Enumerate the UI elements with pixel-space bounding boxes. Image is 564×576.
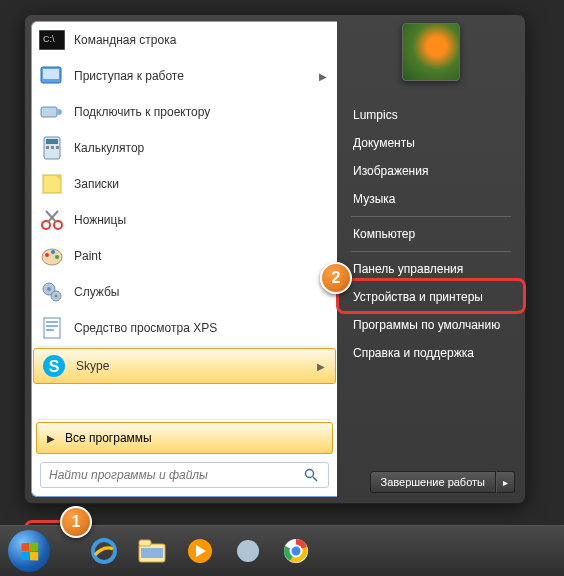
program-label: Paint bbox=[74, 249, 101, 263]
program-label: Службы bbox=[74, 285, 119, 299]
program-label: Командная строка bbox=[74, 33, 176, 47]
svg-point-21 bbox=[47, 287, 51, 291]
taskbar-explorer[interactable] bbox=[132, 531, 172, 571]
separator bbox=[38, 419, 331, 420]
taskbar-ie[interactable] bbox=[84, 531, 124, 571]
recent-programs-list: C:\ Командная строка Приступая к работе … bbox=[32, 22, 337, 419]
windows-logo-icon bbox=[21, 542, 38, 560]
program-label: Ножницы bbox=[74, 213, 126, 227]
search-box[interactable] bbox=[40, 462, 329, 488]
program-calculator[interactable]: Калькулятор bbox=[32, 130, 337, 166]
svg-rect-27 bbox=[46, 329, 54, 331]
program-label: Средство просмотра XPS bbox=[74, 321, 217, 335]
start-menu: C:\ Командная строка Приступая к работе … bbox=[24, 14, 526, 504]
program-snipping[interactable]: Ножницы bbox=[32, 202, 337, 238]
projector-icon bbox=[38, 98, 66, 126]
xps-icon bbox=[38, 314, 66, 342]
svg-rect-35 bbox=[141, 548, 163, 558]
program-paint[interactable]: Paint bbox=[32, 238, 337, 274]
svg-point-38 bbox=[237, 540, 259, 562]
programs-panel: C:\ Командная строка Приступая к работе … bbox=[31, 21, 337, 497]
start-button[interactable] bbox=[8, 530, 50, 572]
all-programs-label: Все программы bbox=[65, 431, 152, 445]
skype-icon: S bbox=[40, 352, 68, 380]
svg-rect-10 bbox=[56, 146, 59, 149]
svg-rect-7 bbox=[46, 139, 58, 144]
svg-rect-8 bbox=[46, 146, 49, 149]
submenu-arrow-icon: ▶ bbox=[317, 361, 329, 372]
taskbar-media-player[interactable] bbox=[180, 531, 220, 571]
control-panel-link[interactable]: Панель управления bbox=[341, 255, 521, 283]
pictures-link[interactable]: Изображения bbox=[341, 157, 521, 185]
user-picture[interactable] bbox=[402, 23, 460, 81]
taskbar-chrome[interactable] bbox=[276, 531, 316, 571]
svg-point-5 bbox=[56, 109, 62, 115]
getting-started-icon bbox=[38, 62, 66, 90]
help-link[interactable]: Справка и поддержка bbox=[341, 339, 521, 367]
triangle-icon: ▶ bbox=[47, 433, 55, 444]
program-label: Подключить к проектору bbox=[74, 105, 210, 119]
program-xps[interactable]: Средство просмотра XPS bbox=[32, 310, 337, 346]
svg-text:C:\: C:\ bbox=[43, 34, 55, 44]
program-label: Приступая к работе bbox=[74, 69, 184, 83]
program-getting-started[interactable]: Приступая к работе ▶ bbox=[32, 58, 337, 94]
svg-line-31 bbox=[313, 477, 317, 481]
program-services[interactable]: Службы bbox=[32, 274, 337, 310]
svg-point-17 bbox=[45, 253, 49, 257]
cmd-icon: C:\ bbox=[38, 26, 66, 54]
default-programs-link[interactable]: Программы по умолчанию bbox=[341, 311, 521, 339]
svg-rect-25 bbox=[46, 321, 58, 323]
svg-point-40 bbox=[291, 546, 302, 557]
svg-rect-26 bbox=[46, 325, 58, 327]
svg-rect-3 bbox=[43, 69, 59, 79]
annotation-badge-2: 2 bbox=[320, 262, 352, 294]
annotation-badge-1: 1 bbox=[60, 506, 92, 538]
scissors-icon bbox=[38, 206, 66, 234]
submenu-arrow-icon: ▶ bbox=[319, 71, 331, 82]
shutdown-options-button[interactable]: ▸ bbox=[496, 471, 515, 493]
svg-rect-4 bbox=[41, 107, 57, 117]
devices-link[interactable]: Устройства и принтеры bbox=[341, 283, 521, 311]
shutdown-group: Завершение работы ▸ bbox=[370, 471, 515, 493]
separator bbox=[351, 251, 511, 252]
program-cmd[interactable]: C:\ Командная строка bbox=[32, 22, 337, 58]
svg-rect-9 bbox=[51, 146, 54, 149]
paint-icon bbox=[38, 242, 66, 270]
separator bbox=[38, 346, 331, 347]
svg-point-23 bbox=[55, 295, 58, 298]
computer-link[interactable]: Компьютер bbox=[341, 220, 521, 248]
services-gear-icon bbox=[38, 278, 66, 306]
program-skype[interactable]: S Skype ▶ bbox=[33, 348, 336, 384]
separator bbox=[351, 216, 511, 217]
svg-point-32 bbox=[93, 540, 115, 562]
svg-text:S: S bbox=[49, 358, 60, 375]
documents-link[interactable]: Документы bbox=[341, 129, 521, 157]
shutdown-button[interactable]: Завершение работы bbox=[370, 471, 496, 493]
svg-point-30 bbox=[306, 470, 314, 478]
program-label: Skype bbox=[76, 359, 109, 373]
taskbar-app[interactable] bbox=[228, 531, 268, 571]
sticky-notes-icon bbox=[38, 170, 66, 198]
svg-point-19 bbox=[55, 255, 59, 259]
program-label: Калькулятор bbox=[74, 141, 144, 155]
svg-point-18 bbox=[51, 250, 55, 254]
user-folder-link[interactable]: Lumpics bbox=[341, 101, 521, 129]
program-sticky-notes[interactable]: Записки bbox=[32, 166, 337, 202]
program-projector[interactable]: Подключить к проектору bbox=[32, 94, 337, 130]
all-programs-button[interactable]: ▶ Все программы bbox=[36, 422, 333, 454]
search-input[interactable] bbox=[41, 468, 304, 482]
svg-rect-34 bbox=[139, 540, 151, 546]
music-link[interactable]: Музыка bbox=[341, 185, 521, 213]
program-label: Записки bbox=[74, 177, 119, 191]
calculator-icon bbox=[38, 134, 66, 162]
search-icon bbox=[304, 468, 328, 482]
places-panel: Lumpics Документы Изображения Музыка Ком… bbox=[337, 15, 525, 503]
